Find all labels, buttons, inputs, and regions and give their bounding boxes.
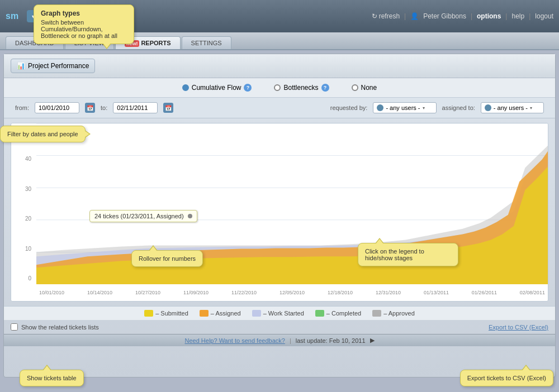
legend-assigned[interactable]: – Assigned (200, 310, 241, 317)
legend-color-work-started (252, 310, 261, 317)
page-title: Project Performance (28, 62, 89, 70)
last-update: last update: Feb 10, 2011 (296, 337, 366, 344)
dropdown-caret: ▾ (530, 106, 532, 111)
help-icon-cumulative[interactable]: ? (244, 84, 252, 92)
tab-settings[interactable]: SETTINGS (182, 36, 231, 49)
help-icon-bottlenecks[interactable]: ? (321, 84, 329, 92)
legend-label-approved: – Approved (383, 310, 415, 317)
status-bar: Need Help? Want to send feedback? | last… (4, 334, 555, 346)
logout-link[interactable]: logout (535, 12, 553, 20)
legend-color-approved (372, 310, 381, 317)
y-label-30: 30 (14, 186, 34, 192)
legend-color-completed (315, 310, 324, 317)
to-label: to: (101, 104, 107, 111)
y-label-0: 0 (14, 275, 34, 281)
from-calendar-icon[interactable]: 📅 (85, 103, 95, 113)
page-header: 📊 Project Performance (4, 54, 555, 78)
callout-export: Export tickets to CSV (Excel) (460, 370, 553, 386)
assigned-to-dropdown[interactable]: - any users - ▾ (481, 102, 544, 113)
bottom-bar: Show the related tickets lists Export to… (4, 320, 555, 334)
callout-legend-text: Click on the legend to hide/show stages (365, 248, 424, 261)
requested-by-dropdown[interactable]: - any users - ▾ (373, 102, 436, 113)
x-label-11: 02/08/2011 (520, 290, 545, 295)
x-label-9: 01/13/2011 (424, 290, 449, 295)
y-label-40: 40 (14, 156, 34, 162)
legend-approved[interactable]: – Approved (372, 310, 415, 317)
x-label-3: 10/27/2010 (135, 290, 160, 295)
expand-icon[interactable]: ▶ (370, 337, 375, 344)
refresh-label[interactable]: refresh (379, 12, 400, 20)
chart-legend: – Submitted – Assigned – Work Started – … (4, 306, 555, 320)
main-content: 📊 Project Performance Cumulative Flow ? … (3, 54, 556, 377)
legend-work-started[interactable]: – Work Started (252, 310, 304, 317)
chart-tooltip: 24 tickes (01/23/2011, Assigned) (89, 210, 197, 222)
y-label-10: 10 (14, 246, 34, 252)
from-date-input[interactable] (35, 102, 79, 113)
refresh-button[interactable]: ↻ refresh (372, 12, 400, 20)
requested-by-label: requested by: (330, 104, 368, 111)
legend-completed[interactable]: – Completed (315, 310, 361, 317)
separator: | (505, 12, 507, 20)
status-separator: | (290, 337, 291, 344)
legend-label-assigned: – Assigned (211, 310, 241, 317)
tooltip-indicator (188, 214, 192, 218)
dropdown-caret: ▾ (423, 106, 425, 111)
callout-legend: Click on the legend to hide/show stages (358, 243, 458, 266)
radio-cumulative[interactable]: Cumulative Flow ? (182, 84, 252, 92)
show-tickets: Show the related tickets lists (11, 323, 99, 331)
legend-submitted[interactable]: – Submitted (144, 310, 188, 317)
x-label-10: 01/26/2011 (472, 290, 497, 295)
user-link[interactable]: Peter Gibbons (423, 12, 466, 20)
radio-dot-bottlenecks (274, 84, 281, 91)
x-label-1: 10/01/2010 (39, 290, 64, 295)
callout-rollover-text: Rollover for numbers (139, 255, 196, 262)
tooltip-text: 24 tickes (01/23/2011, Assigned) (94, 213, 184, 219)
filter-bar: from: 📅 to: 📅 requested by: - any users … (4, 98, 555, 118)
radio-label-cumulative: Cumulative Flow (192, 84, 241, 92)
separator: | (404, 12, 406, 20)
chart-area[interactable]: 0 10 20 30 40 50 (11, 123, 548, 302)
help-feedback-link[interactable]: Need Help? Want to send feedback? (185, 337, 285, 344)
radio-label-none: None (361, 84, 377, 92)
callout-graph-types: Graph types Switch between Cumulative/Bu… (34, 4, 134, 44)
x-axis: 10/01/2010 10/14/2010 10/27/2010 11/09/2… (36, 284, 548, 301)
radio-bottlenecks[interactable]: Bottlenecks ? (274, 84, 329, 92)
x-label-4: 11/09/2010 (183, 290, 209, 295)
y-label-20: 20 (14, 216, 34, 222)
callout-rollover: Rollover for numbers (131, 250, 203, 267)
to-calendar-icon[interactable]: 📅 (163, 103, 173, 113)
legend-label-work-started: – Work Started (263, 310, 304, 317)
radio-section: Cumulative Flow ? Bottlenecks ? None (4, 78, 555, 98)
callout-filter: Filter by dates and people (0, 126, 86, 142)
legend-label-submitted: – Submitted (155, 310, 188, 317)
callout-show-tickets: Show tickets table (20, 370, 84, 386)
user-icon (377, 104, 383, 111)
x-label-7: 12/18/2010 (328, 290, 353, 295)
radio-none[interactable]: None (352, 84, 377, 92)
legend-color-submitted (144, 310, 153, 317)
page-title-button[interactable]: 📊 Project Performance (11, 59, 95, 73)
logo: sm (6, 11, 18, 21)
show-tickets-label: Show the related tickets lists (21, 324, 99, 331)
from-label: from: (15, 104, 29, 111)
help-link[interactable]: help (511, 12, 524, 20)
options-link[interactable]: options (477, 12, 501, 20)
callout-filter-text: Filter by dates and people (7, 131, 78, 137)
to-date-input[interactable] (113, 102, 158, 113)
callout-graph-types-text: Switch between Cumulative/Burndown, Bott… (41, 19, 117, 39)
user-icon (485, 104, 491, 111)
show-tickets-checkbox[interactable] (11, 323, 18, 331)
assigned-to-label: assigned to: (442, 104, 475, 111)
radio-dot-cumulative (182, 84, 189, 91)
legend-color-assigned (200, 310, 209, 317)
callout-export-text: Export tickets to CSV (Excel) (467, 375, 546, 381)
chart-svg-container (36, 123, 548, 284)
refresh-icon: ↻ (372, 12, 377, 20)
callout-graph-types-title: Graph types (41, 9, 127, 17)
user-icon: 👤 (410, 12, 419, 20)
chart-svg (36, 123, 548, 284)
x-label-2: 10/14/2010 (87, 290, 112, 295)
export-link[interactable]: Export to CSV (Excel) (489, 324, 548, 331)
top-bar-actions: ↻ refresh | 👤 Peter Gibbons | options | … (372, 12, 553, 20)
assigned-to-value: - any users - (494, 104, 528, 111)
